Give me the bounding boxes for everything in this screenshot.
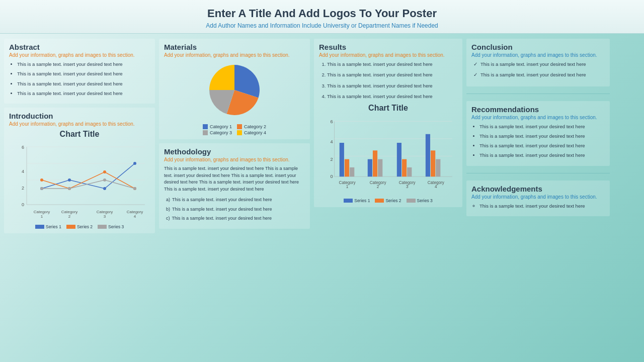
results-item-2: This is a sample text. insert your desir… (327, 71, 457, 78)
svg-rect-45 (402, 159, 407, 177)
svg-text:6: 6 (22, 145, 24, 150)
abstract-item-2: This is a sample text. insert your desir… (17, 70, 150, 77)
materials-title: Materials (164, 43, 305, 51)
bar-legend-series2: Series 2 (375, 198, 401, 203)
cat2-label: Category 2 (244, 124, 266, 129)
bar-series2-label: Series 2 (385, 198, 401, 203)
cat3-label: Category 3 (210, 130, 232, 135)
poster-title: Enter A Title And Add Logos To Your Post… (10, 7, 634, 20)
bar-series1-color (344, 199, 353, 203)
legend-series2: Series 2 (66, 224, 93, 229)
column-1: Abstract Add your information, graphs an… (4, 39, 155, 345)
abstract-list: This is a sample text. insert your desir… (9, 61, 150, 97)
bar-series1-label: Series 1 (354, 198, 370, 203)
series2-color (66, 225, 75, 229)
cat4-dot (237, 130, 242, 135)
pie-legend-cat2: Category 2 (237, 124, 266, 129)
methodology-title: Methodology (164, 147, 305, 156)
meth-item-c: c)This is a sample text. insert your des… (166, 215, 305, 222)
rec-item-2: This is a sample text. insert your desir… (479, 133, 605, 139)
conclusion-item-2: This is a sample text. insert your desir… (473, 71, 605, 78)
results-item-1: This is a sample text. insert your desir… (327, 61, 457, 67)
bar-legend-series1: Series 1 (344, 198, 370, 203)
methodology-body: This is a sample text. insert your desir… (164, 165, 305, 193)
column-2: Materials Add your information, graphs a… (159, 39, 310, 345)
svg-text:2: 2 (22, 186, 24, 191)
pie-legend-cat3: Category 3 (203, 130, 232, 135)
svg-rect-42 (373, 150, 377, 176)
svg-point-19 (103, 187, 106, 190)
acknowledgements-section: Acknowledgements Add your information, g… (466, 180, 610, 216)
svg-text:0: 0 (22, 202, 24, 207)
acknowledgements-subtitle: Add your information, graphs and images … (471, 194, 605, 200)
results-subtitle: Add your information, graphs and images … (319, 52, 457, 58)
divider-1 (466, 94, 610, 94)
conclusion-subtitle: Add your information, graphs and images … (471, 52, 605, 58)
bar-series3-label: Series 3 (417, 198, 433, 203)
series1-label: Series 1 (46, 224, 61, 229)
svg-rect-38 (340, 143, 344, 176)
results-section: Results Add your information, graphs and… (314, 39, 462, 207)
svg-rect-44 (397, 143, 401, 176)
svg-point-21 (40, 178, 43, 182)
rec-item-3: This is a sample text. insert your desir… (479, 142, 605, 149)
meth-item-b: b)This is a sample text. insert your des… (166, 206, 305, 213)
svg-text:Category: Category (127, 210, 143, 214)
abstract-item-4: This is a sample text. insert your desir… (17, 90, 150, 97)
svg-text:0: 0 (330, 174, 333, 179)
abstract-item-3: This is a sample text. insert your desir… (17, 80, 150, 87)
svg-rect-46 (407, 167, 412, 176)
divider-2 (466, 173, 610, 173)
conclusion-title: Conclusion (471, 43, 605, 51)
pie-chart-svg (199, 61, 270, 121)
svg-point-23 (103, 170, 106, 173)
cat1-dot (203, 124, 208, 129)
conclusion-list: This is a sample text. insert your desir… (471, 61, 605, 78)
bar-legend-series3: Series 3 (407, 198, 433, 203)
pie-legend-cat1: Category 1 (203, 124, 232, 129)
introduction-section: Introduction Add your information, graph… (4, 108, 155, 233)
pie-legend: Category 1 Category 2 Category 3 Categor… (203, 124, 266, 135)
line-chart-legend: Series 1 Series 2 Series 3 (35, 224, 124, 229)
svg-point-28 (133, 187, 136, 190)
introduction-subtitle: Add your information, graphs and images … (9, 121, 150, 127)
svg-rect-40 (350, 167, 354, 176)
acknowledgements-title: Acknowledgements (471, 185, 605, 193)
conclusion-item-1: This is a sample text. insert your desir… (473, 61, 605, 67)
series1-color (35, 225, 44, 229)
bar-series2-color (375, 199, 384, 203)
results-title: Results (319, 43, 457, 51)
main-content: Abstract Add your information, graphs an… (0, 34, 644, 350)
svg-text:1: 1 (346, 185, 349, 189)
legend-series3: Series 3 (98, 224, 124, 229)
cat2-dot (237, 124, 242, 129)
header: Enter A Title And Add Logos To Your Post… (0, 0, 644, 34)
svg-text:3: 3 (406, 185, 409, 189)
results-list: This is a sample text. insert your desir… (319, 61, 457, 100)
recommendations-section: Recommendations Add your information, gr… (466, 101, 610, 166)
series3-label: Series 3 (108, 224, 124, 229)
svg-text:Category: Category (97, 210, 113, 214)
line-chart-svg: 0 2 4 6 Category 1 Category 2 Category 3… (9, 142, 150, 222)
series3-color (98, 225, 107, 229)
results-item-3: This is a sample text. insert your desir… (327, 82, 457, 89)
materials-subtitle: Add your information, graphs and images … (164, 52, 305, 58)
bar-chart-legend: Series 1 Series 2 Series 3 (344, 198, 433, 203)
svg-rect-49 (436, 159, 440, 177)
cat4-label: Category 4 (244, 130, 266, 135)
bar-chart-container: Chart Title 0 2 4 6 (319, 104, 457, 203)
svg-text:1: 1 (41, 214, 43, 219)
bar-series3-color (407, 199, 416, 203)
column-3: Results Add your information, graphs and… (314, 39, 462, 345)
svg-point-26 (68, 187, 71, 190)
poster-subtitle: Add Author Names and Information Include… (10, 22, 634, 29)
svg-point-25 (40, 187, 43, 190)
methodology-section: Methodology Add your information, graphs… (159, 143, 310, 229)
svg-point-20 (133, 162, 136, 165)
rec-item-1: This is a sample text. insert your desir… (479, 123, 605, 130)
abstract-subtitle: Add your information, graphs and images … (9, 52, 150, 58)
cat1-label: Category 1 (210, 124, 232, 129)
meth-item-a: a)This is a sample text. insert your des… (166, 197, 305, 203)
svg-rect-47 (426, 134, 430, 177)
svg-text:3: 3 (104, 214, 106, 219)
